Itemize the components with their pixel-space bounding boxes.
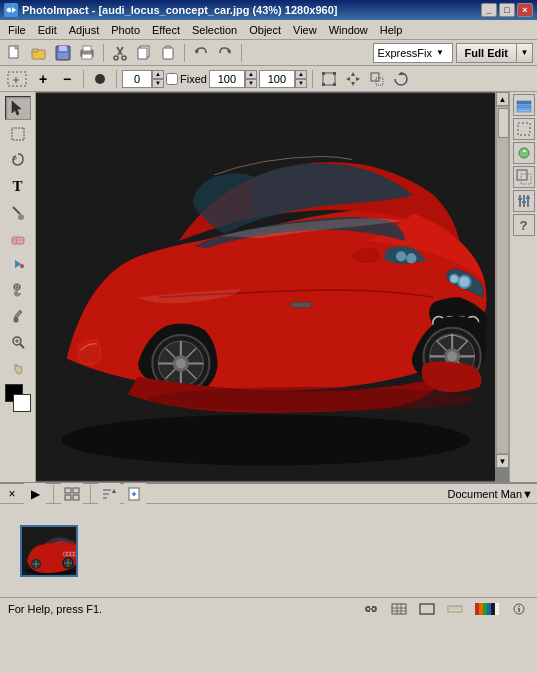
width-spinbox[interactable]: 100 ▲ ▼ (209, 70, 257, 88)
doc-manager-close[interactable]: × (4, 486, 20, 502)
minimize-button[interactable]: _ (481, 3, 497, 17)
toolbar2-sep2 (116, 70, 117, 88)
left-toolbar: T (0, 92, 36, 482)
degree-input[interactable]: 0 (122, 70, 152, 88)
window-controls: _ □ × (481, 3, 533, 17)
copy-button[interactable] (133, 42, 155, 64)
circle-tool[interactable] (89, 68, 111, 90)
menu-window[interactable]: Window (323, 20, 374, 39)
doc-view-button[interactable] (61, 483, 83, 505)
scroll-up-button[interactable]: ▲ (496, 92, 509, 106)
menu-selection[interactable]: Selection (186, 20, 243, 39)
menu-help[interactable]: Help (374, 20, 409, 39)
full-edit-button[interactable]: Full Edit (456, 43, 517, 63)
color-swatches[interactable] (3, 384, 33, 412)
pan-tool-button[interactable] (5, 356, 31, 380)
menu-bar: File Edit Adjust Photo Effect Selection … (0, 20, 537, 40)
vertical-scrollbar[interactable]: ▲ ▼ (495, 92, 509, 468)
full-edit-dropdown-arrow[interactable]: ▼ (517, 43, 533, 63)
width-down-arrow[interactable]: ▼ (245, 79, 257, 88)
canvas-area: ▲ ▼ ◀ ▶ (36, 92, 509, 482)
lasso-tool-button[interactable] (5, 148, 31, 172)
transform-button[interactable] (318, 68, 340, 90)
eyedropper-tool-button[interactable] (5, 304, 31, 328)
svg-point-65 (459, 277, 469, 287)
svg-rect-89 (517, 105, 531, 108)
link-icon[interactable] (361, 600, 381, 618)
print-button[interactable] (76, 42, 98, 64)
height-up-arrow[interactable]: ▲ (295, 70, 307, 79)
svg-marker-109 (112, 489, 116, 493)
width-up-arrow[interactable]: ▲ (245, 70, 257, 79)
menu-adjust[interactable]: Adjust (63, 20, 106, 39)
rotate-button[interactable] (390, 68, 412, 90)
svg-rect-31 (333, 83, 336, 86)
expressfix-dropdown[interactable]: ExpressFix ▼ (373, 43, 453, 63)
select-shape-button[interactable] (4, 68, 30, 90)
redo-button[interactable] (214, 42, 236, 64)
fixed-label[interactable]: Fixed (166, 73, 207, 85)
scroll-thumb-v[interactable] (498, 108, 509, 138)
palette-icon[interactable] (473, 600, 501, 618)
menu-view[interactable]: View (287, 20, 323, 39)
grid-icon[interactable] (389, 600, 409, 618)
zoom-tool-button[interactable] (5, 330, 31, 354)
doc-manager-side-label (8, 508, 12, 593)
image-canvas[interactable] (36, 92, 495, 482)
doc-sort-button[interactable] (98, 483, 120, 505)
layers-panel-button[interactable] (513, 94, 535, 116)
svg-rect-90 (517, 109, 531, 112)
height-down-arrow[interactable]: ▼ (295, 79, 307, 88)
background-color-swatch[interactable] (13, 394, 31, 412)
degree-down-arrow[interactable]: ▼ (152, 79, 164, 88)
menu-effect[interactable]: Effect (146, 20, 186, 39)
adjust-panel-button[interactable] (513, 190, 535, 212)
transform-panel-button[interactable] (513, 166, 535, 188)
doc-add-button[interactable] (124, 483, 146, 505)
document-thumbnail[interactable] (20, 525, 78, 577)
svg-rect-29 (333, 72, 336, 75)
effects-panel-button[interactable] (513, 142, 535, 164)
degree-spinbox[interactable]: 0 ▲ ▼ (122, 70, 164, 88)
scroll-down-button[interactable]: ▼ (496, 454, 509, 468)
menu-photo[interactable]: Photo (105, 20, 146, 39)
width-input[interactable]: 100 (209, 70, 245, 88)
slideshow-button[interactable]: ▶ (24, 483, 46, 505)
eraser-tool-button[interactable] (5, 226, 31, 250)
close-button[interactable]: × (517, 3, 533, 17)
height-spinbox[interactable]: 100 ▲ ▼ (259, 70, 307, 88)
frame-icon[interactable] (417, 600, 437, 618)
svg-rect-100 (522, 201, 526, 203)
rect-select-button[interactable] (6, 122, 30, 146)
selection-panel-button[interactable] (513, 118, 535, 140)
ruler-icon[interactable] (445, 600, 465, 618)
help-panel-button[interactable]: ? (513, 214, 535, 236)
scroll-track-v[interactable] (496, 106, 509, 454)
fill-tool-button[interactable] (5, 252, 31, 276)
menu-file[interactable]: File (2, 20, 32, 39)
new-button[interactable] (4, 42, 26, 64)
menu-object[interactable]: Object (243, 20, 287, 39)
maximize-button[interactable]: □ (499, 3, 515, 17)
move-button[interactable] (342, 68, 364, 90)
undo-button[interactable] (190, 42, 212, 64)
info-icon[interactable] (509, 600, 529, 618)
height-input[interactable]: 100 (259, 70, 295, 88)
save-button[interactable] (52, 42, 74, 64)
paint-tool-button[interactable] (5, 200, 31, 224)
arrow-tool-button[interactable] (5, 96, 31, 120)
degree-up-arrow[interactable]: ▲ (152, 70, 164, 79)
car-image-svg (36, 92, 495, 482)
clone-tool-button[interactable] (5, 278, 31, 302)
svg-marker-34 (346, 77, 350, 81)
toolbar-separator-2 (184, 44, 185, 62)
svg-rect-103 (73, 488, 79, 493)
paste-button[interactable] (157, 42, 179, 64)
menu-edit[interactable]: Edit (32, 20, 63, 39)
resize-button[interactable] (366, 68, 388, 90)
text-tool-button[interactable]: T (5, 174, 31, 198)
fixed-checkbox[interactable] (166, 73, 178, 85)
open-button[interactable] (28, 42, 50, 64)
svg-rect-128 (392, 604, 406, 614)
cut-button[interactable] (109, 42, 131, 64)
